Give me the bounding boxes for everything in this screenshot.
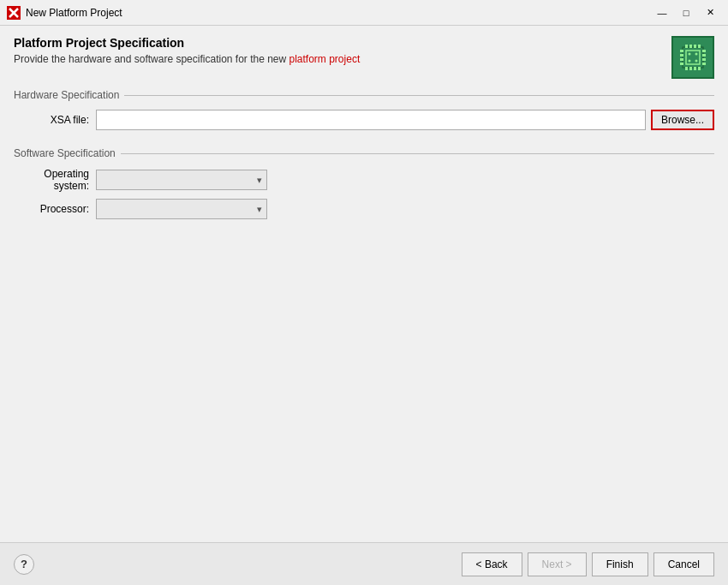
svg-rect-20 bbox=[702, 63, 706, 65]
svg-rect-9 bbox=[685, 67, 688, 70]
processor-label: Processor: bbox=[27, 203, 96, 215]
xsa-label: XSA file: bbox=[27, 114, 96, 126]
software-section: Software Specification Operating system:… bbox=[14, 147, 714, 226]
window-title: New Platform Project bbox=[26, 7, 651, 19]
svg-rect-19 bbox=[702, 58, 706, 61]
navigation-buttons: < Back Next > Finish Cancel bbox=[462, 552, 714, 576]
content-spacer bbox=[14, 236, 714, 542]
svg-rect-13 bbox=[680, 50, 683, 52]
processor-select-wrapper bbox=[96, 199, 267, 219]
header-description: Provide the hardware and software specif… bbox=[14, 53, 360, 65]
browse-button[interactable]: Browse... bbox=[651, 110, 714, 130]
svg-rect-11 bbox=[694, 67, 696, 70]
software-section-label: Software Specification bbox=[14, 147, 121, 159]
xsa-file-row: XSA file: Browse... bbox=[27, 110, 714, 130]
hardware-section: Hardware Specification XSA file: Browse.… bbox=[14, 89, 714, 137]
svg-rect-17 bbox=[702, 50, 706, 52]
svg-rect-10 bbox=[689, 67, 692, 70]
software-divider: Software Specification bbox=[14, 147, 714, 159]
finish-button[interactable]: Finish bbox=[592, 552, 648, 576]
page-title: Platform Project Specification bbox=[14, 36, 360, 50]
next-button[interactable]: Next > bbox=[528, 552, 587, 576]
software-divider-line bbox=[121, 153, 714, 154]
chip-svg bbox=[677, 42, 708, 73]
svg-rect-15 bbox=[680, 58, 683, 61]
xsa-file-input[interactable] bbox=[96, 110, 646, 130]
header-text: Platform Project Specification Provide t… bbox=[14, 36, 360, 65]
back-button[interactable]: < Back bbox=[462, 552, 522, 576]
svg-rect-16 bbox=[680, 63, 683, 65]
svg-rect-6 bbox=[689, 45, 692, 48]
dialog-content: Platform Project Specification Provide t… bbox=[0, 26, 728, 542]
svg-point-23 bbox=[689, 60, 691, 63]
svg-point-21 bbox=[689, 53, 691, 56]
hardware-section-label: Hardware Specification bbox=[14, 89, 124, 101]
svg-rect-18 bbox=[702, 54, 706, 57]
os-label: Operating system: bbox=[27, 168, 96, 192]
desc-before: Provide the hardware and software specif… bbox=[14, 53, 289, 65]
desc-highlight: platform project bbox=[289, 53, 361, 65]
close-button[interactable]: ✕ bbox=[699, 4, 721, 21]
processor-row: Processor: bbox=[27, 199, 714, 219]
svg-point-22 bbox=[695, 53, 698, 56]
svg-rect-8 bbox=[698, 45, 701, 48]
svg-rect-14 bbox=[680, 54, 683, 57]
os-select-wrapper: Linux FreeRTOS standalone bbox=[96, 170, 267, 190]
app-icon bbox=[7, 6, 21, 20]
hardware-divider: Hardware Specification bbox=[14, 89, 714, 101]
hardware-divider-line bbox=[124, 95, 714, 96]
window-controls: — □ ✕ bbox=[651, 4, 721, 21]
os-select[interactable]: Linux FreeRTOS standalone bbox=[96, 170, 267, 190]
cancel-button[interactable]: Cancel bbox=[653, 552, 714, 576]
processor-select[interactable] bbox=[96, 199, 267, 219]
maximize-button[interactable]: □ bbox=[675, 4, 697, 21]
header-area: Platform Project Specification Provide t… bbox=[14, 36, 714, 79]
svg-point-24 bbox=[695, 60, 698, 63]
bottom-bar: ? < Back Next > Finish Cancel bbox=[0, 542, 728, 585]
svg-rect-7 bbox=[694, 45, 696, 48]
svg-rect-12 bbox=[698, 67, 701, 70]
os-row: Operating system: Linux FreeRTOS standal… bbox=[27, 168, 714, 192]
title-bar: New Platform Project — □ ✕ bbox=[0, 0, 728, 26]
product-icon bbox=[671, 36, 714, 79]
minimize-button[interactable]: — bbox=[651, 4, 673, 21]
help-button[interactable]: ? bbox=[14, 554, 34, 575]
svg-rect-5 bbox=[685, 45, 688, 48]
